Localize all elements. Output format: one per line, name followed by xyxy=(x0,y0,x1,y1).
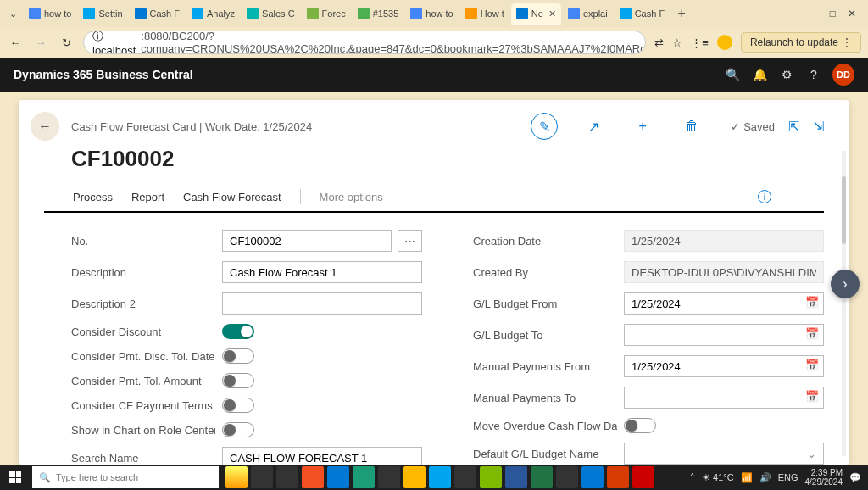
description-input[interactable] xyxy=(222,261,422,283)
browser-tab[interactable]: how to xyxy=(405,3,458,25)
taskbar-app-icon[interactable] xyxy=(403,466,426,488)
taskbar-app-icon[interactable] xyxy=(505,466,527,488)
browser-tab[interactable]: Cash F xyxy=(130,3,185,25)
taskbar-clock[interactable]: 2:39 PM4/29/2024 xyxy=(805,468,843,487)
bell-icon[interactable]: 🔔 xyxy=(746,68,773,81)
consider-discount-toggle[interactable] xyxy=(222,324,254,339)
gl-budget-from-input[interactable] xyxy=(624,292,824,315)
help-icon[interactable]: ? xyxy=(800,68,827,81)
search-icon[interactable]: 🔍 xyxy=(719,68,746,81)
nav-back-icon[interactable]: ← xyxy=(7,36,24,49)
window-minimize-icon[interactable]: — xyxy=(808,8,818,19)
back-button[interactable]: ← xyxy=(31,112,59,141)
creation-date-label: Creation Date xyxy=(473,235,617,248)
avatar[interactable]: DD xyxy=(832,64,854,86)
gl-budget-from-label: G/L Budget From xyxy=(473,298,617,310)
menu-report[interactable]: Report xyxy=(131,191,164,203)
taskbar-app-icon[interactable] xyxy=(454,466,476,488)
cf-payment-terms-toggle[interactable] xyxy=(222,398,254,413)
network-icon[interactable]: 📶 xyxy=(741,472,753,483)
volume-icon[interactable]: 🔊 xyxy=(760,472,771,483)
taskbar-app-icon[interactable] xyxy=(302,466,324,488)
taskbar-app-icon[interactable] xyxy=(556,466,578,488)
url-input[interactable]: ⓘ localhost:8080/BC200/?company=CRONUS%2… xyxy=(83,31,646,54)
description2-label: Description 2 xyxy=(71,298,215,310)
scrollbar[interactable] xyxy=(842,151,846,456)
calendar-icon[interactable]: 📅 xyxy=(805,390,819,403)
taskbar-app-icon[interactable] xyxy=(632,466,654,488)
taskbar-search[interactable]: 🔍Type here to search xyxy=(32,466,219,488)
browser-tab[interactable]: #1535 xyxy=(353,3,404,25)
calendar-icon[interactable]: 📅 xyxy=(805,296,819,309)
extensions-icon[interactable]: ⋮≡ xyxy=(691,36,709,49)
browser-tab[interactable]: How t xyxy=(460,3,509,25)
taskbar-app-icon[interactable] xyxy=(581,466,604,488)
taskbar-app-icon[interactable] xyxy=(531,466,553,488)
show-in-chart-label: Show in Chart on Role Center xyxy=(71,424,215,437)
calendar-icon[interactable]: 📅 xyxy=(805,359,819,371)
bookmark-star-icon[interactable]: ☆ xyxy=(672,36,682,49)
edit-button[interactable]: ✎ xyxy=(531,113,558,140)
taskbar-app-icon[interactable] xyxy=(378,466,400,488)
move-overdue-toggle[interactable] xyxy=(624,418,656,433)
menu-cash-flow-forecast[interactable]: Cash Flow Forecast xyxy=(183,191,281,203)
description2-input[interactable] xyxy=(222,292,422,315)
reader-mode-icon[interactable]: ⇄ xyxy=(654,36,664,49)
window-close-icon[interactable]: ✕ xyxy=(848,8,856,19)
pmt-disc-tol-date-label: Consider Pmt. Disc. Tol. Date xyxy=(71,350,215,363)
taskbar-app-icon[interactable] xyxy=(429,466,451,488)
relaunch-button[interactable]: Relaunch to update⋮ xyxy=(741,32,861,53)
pmt-disc-tol-date-toggle[interactable] xyxy=(222,348,254,364)
taskbar-app-icon[interactable] xyxy=(607,466,629,488)
trash-icon: 🗑 xyxy=(685,119,698,134)
gear-icon[interactable]: ⚙ xyxy=(773,68,800,81)
browser-tab[interactable]: Forec xyxy=(302,3,351,25)
browser-tab[interactable]: Settin xyxy=(78,3,127,25)
default-gl-budget-select[interactable]: ⌄ xyxy=(624,443,824,465)
profile-icon[interactable] xyxy=(717,35,732,50)
share-button[interactable]: ↗ xyxy=(580,113,607,140)
notifications-icon[interactable]: 💬 xyxy=(849,472,861,483)
menu-more-options[interactable]: More options xyxy=(320,191,383,203)
close-tab-icon[interactable]: ✕ xyxy=(548,8,556,19)
show-in-chart-toggle[interactable] xyxy=(222,422,254,437)
weather-widget[interactable]: ☀ 41°C xyxy=(702,472,734,483)
browser-tab[interactable]: Cash F xyxy=(615,3,670,25)
next-record-button[interactable]: › xyxy=(831,270,860,298)
manual-payments-to-input[interactable] xyxy=(624,387,824,409)
taskbar-app-icon[interactable] xyxy=(276,466,298,488)
pmt-tol-amount-label: Consider Pmt. Tol. Amount xyxy=(71,375,215,387)
created-by-value xyxy=(624,261,824,283)
taskbar-app-icon[interactable] xyxy=(225,466,248,488)
browser-tab[interactable]: Sales C xyxy=(242,3,300,25)
pmt-tol-amount-toggle[interactable] xyxy=(222,373,254,388)
taskbar-app-icon[interactable] xyxy=(327,466,349,488)
menu-process[interactable]: Process xyxy=(73,191,113,203)
popout-icon[interactable]: ⇱ xyxy=(788,119,799,135)
search-icon: 🔍 xyxy=(39,472,51,483)
calendar-icon[interactable]: 📅 xyxy=(805,327,819,340)
collapse-icon[interactable]: ⇲ xyxy=(813,119,824,135)
taskbar-app-icon[interactable] xyxy=(251,466,273,488)
browser-tab[interactable]: how to xyxy=(24,3,76,25)
delete-button[interactable]: 🗑 xyxy=(678,113,705,140)
browser-tab[interactable]: explai xyxy=(563,3,613,25)
new-tab-button[interactable]: + xyxy=(671,6,692,21)
gl-budget-to-input[interactable] xyxy=(624,324,824,346)
nav-reload-icon[interactable]: ↻ xyxy=(58,36,75,49)
nav-forward-icon: → xyxy=(32,36,49,49)
no-lookup-button[interactable]: ⋯ xyxy=(398,230,422,252)
start-button[interactable] xyxy=(0,465,31,490)
tray-chevron-icon[interactable]: ˄ xyxy=(690,472,695,483)
window-maximize-icon[interactable]: □ xyxy=(830,8,836,19)
taskbar-app-icon[interactable] xyxy=(353,466,375,488)
info-icon[interactable]: i xyxy=(758,190,771,203)
manual-payments-from-input[interactable] xyxy=(624,355,824,377)
language-indicator[interactable]: ENG xyxy=(778,472,798,482)
no-input[interactable] xyxy=(222,230,392,252)
new-button[interactable]: + xyxy=(629,113,656,140)
tab-dropdown-icon[interactable]: ⌄ xyxy=(3,8,22,19)
browser-tab-active[interactable]: Ne✕ xyxy=(511,3,561,25)
taskbar-app-icon[interactable] xyxy=(480,466,502,488)
browser-tab[interactable]: Analyz xyxy=(186,3,240,25)
